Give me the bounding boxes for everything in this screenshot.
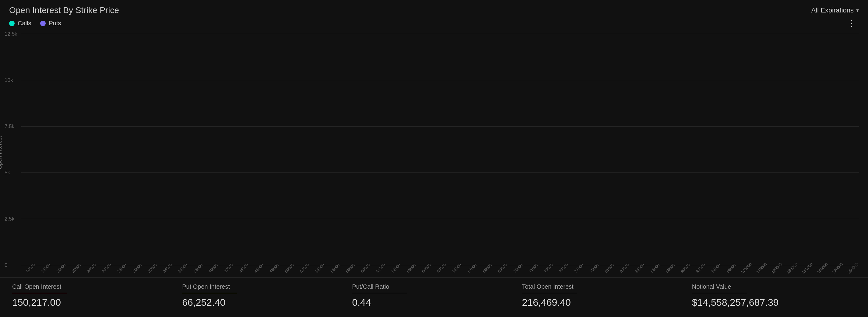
main-container: Open Interest By Strike Price All Expira… (0, 0, 868, 317)
expiration-dropdown[interactable]: All Expirations ▾ (811, 6, 859, 14)
stat-label: Call Open Interest (12, 283, 176, 290)
stat-value: 216,469.40 (522, 297, 686, 308)
legend-puts: Puts (40, 20, 61, 27)
stat-value: $14,558,257,687.39 (692, 297, 856, 308)
legend-calls: Calls (9, 20, 31, 27)
stat-label: Notional Value (692, 283, 856, 290)
chart-inner: 12.5k10k7.5k5k2.5k0 10000180002000022000… (21, 34, 859, 278)
stat-underline (182, 293, 237, 293)
chart-area: Open Interest 12.5k10k7.5k5k2.5k0 100001… (0, 31, 868, 278)
stat-underline (522, 293, 577, 293)
y-axis-label: Open Interest (0, 136, 3, 169)
legend-row: Calls Puts ⋮ (0, 18, 868, 31)
calls-dot (9, 21, 14, 26)
stat-item: Notional Value$14,558,257,687.39 (689, 283, 859, 312)
more-options-button[interactable]: ⋮ (847, 18, 859, 28)
stat-item: Put Open Interest66,252.40 (179, 283, 349, 312)
stat-item: Call Open Interest150,217.00 (9, 283, 179, 312)
stat-label: Put Open Interest (182, 283, 346, 290)
stat-underline (12, 293, 67, 293)
stat-label: Total Open Interest (522, 283, 686, 290)
page-title: Open Interest By Strike Price (9, 5, 119, 15)
bars-container (21, 34, 859, 265)
stat-value: 150,217.00 (12, 297, 176, 308)
chevron-down-icon: ▾ (856, 7, 859, 14)
puts-dot (40, 21, 46, 26)
header: Open Interest By Strike Price All Expira… (0, 0, 868, 18)
stat-label: Put/Call Ratio (352, 283, 516, 290)
stat-item: Total Open Interest216,469.40 (519, 283, 689, 312)
x-axis: 1000018000200002200024000260002800030000… (21, 265, 859, 278)
stat-item: Put/Call Ratio0.44 (349, 283, 519, 312)
stat-underline (352, 293, 407, 293)
header-right: All Expirations ▾ (811, 6, 859, 14)
stat-value: 0.44 (352, 297, 516, 308)
stat-underline (692, 293, 747, 293)
footer-stats: Call Open Interest150,217.00Put Open Int… (0, 278, 868, 317)
stat-value: 66,252.40 (182, 297, 346, 308)
